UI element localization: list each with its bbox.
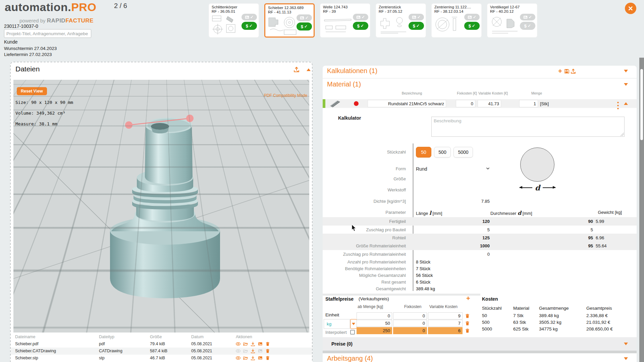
price-status-badge: $✓ <box>464 22 480 30</box>
col-gesamtpreis: Gesamtpreis <box>586 306 612 311</box>
drawing-thumbnail <box>378 14 409 36</box>
file-row[interactable]: Schieber.pdf pdf 79.4 kiB 05.08.2021 <box>11 341 312 348</box>
collapse-caret-icon[interactable] <box>624 102 628 105</box>
material-variable-field[interactable]: 41.73 <box>478 100 501 107</box>
part-thumbnail[interactable]: Schlittenkörper RF - 36.05.01 ✓ $✓ <box>209 3 259 38</box>
part-thumbnail[interactable]: Welle 124.743 RF - 39 ✓ $✓ <box>320 3 370 38</box>
description-textarea[interactable] <box>431 117 625 137</box>
download-icon[interactable] <box>251 349 255 353</box>
delete-icon[interactable] <box>265 349 270 353</box>
drawing-thumbnail <box>489 14 520 36</box>
part-thumbnail[interactable]: Ventilkegel 12-67 RF - 40.20.12 ✓ $✓ <box>487 3 537 38</box>
drawing-thumbnail <box>322 14 353 36</box>
parameter-header-row: Parameter Länge l [mm] Durchmesser d [mm… <box>323 209 637 217</box>
row-menu-icon[interactable]: ••• <box>617 101 619 110</box>
param-row-fertigteil[interactable]: Fertigteil 120 90 5.99 <box>323 217 637 226</box>
material-title: Material (1) <box>327 80 361 88</box>
chevron-down-icon[interactable] <box>486 166 490 171</box>
delete-icon[interactable] <box>265 356 270 360</box>
arbeitsgang-title: Arbeitsgang (4) <box>327 355 373 362</box>
collapse-caret-icon[interactable] <box>307 68 311 71</box>
part-thumbnail-selected[interactable]: Schieber 12.363.689 RF - 41.11.13 ✓ $✓ <box>264 3 315 38</box>
delete-icon[interactable] <box>465 328 470 333</box>
3d-viewer[interactable]: Reset View PDF Compatibility Mode Size: … <box>13 80 309 333</box>
file-row[interactable]: Schieber.stp stp 46.7 kiB 05.08.2021 <box>11 355 312 362</box>
reset-view-button[interactable]: Reset View <box>17 87 47 95</box>
upload-icon[interactable] <box>293 66 300 72</box>
kalkulator-label: Kalkulator <box>338 115 361 121</box>
qty-button-50[interactable]: 50 <box>416 147 431 158</box>
scrollbar-track[interactable] <box>639 58 644 362</box>
add-price-tier-icon[interactable]: + <box>466 296 470 301</box>
preview-icon[interactable] <box>236 342 240 346</box>
dichte-label: Dichte [kg/dm^3] <box>374 199 406 204</box>
delete-icon[interactable] <box>465 321 470 326</box>
tier-fixkosten-field[interactable]: 0 <box>393 312 427 319</box>
qty-button-5000[interactable]: 5000 <box>453 147 473 158</box>
material-fixkosten-field[interactable]: 0 <box>456 100 475 107</box>
col-durchmesser: Durchmesser d [mm] <box>490 210 532 216</box>
tier-fixkosten-field[interactable]: 0 <box>393 320 427 327</box>
material-name-field[interactable]: Rundstahl 21MnCr5 schwarz <box>368 100 446 107</box>
unit-caret-button[interactable] <box>350 319 357 329</box>
interpoliert-checkbox[interactable] <box>350 330 355 335</box>
file-table-header: Dateiname Dateityp Größe Datum Aktionen <box>11 335 312 341</box>
form-select[interactable]: Rund <box>416 166 427 172</box>
tier-ab-menge-field[interactable]: 50 <box>357 320 392 327</box>
open-folder-icon <box>243 349 248 353</box>
tier-fixkosten-field-active[interactable]: 0 <box>393 327 427 334</box>
param-row-zuschlag-bauteil[interactable]: Zuschlag pro Bauteil 5 5 <box>323 226 637 234</box>
delete-icon[interactable] <box>465 313 470 318</box>
part-thumbnail[interactable]: Zentrierstück RF - 37.05.12 ✓ $✓ <box>376 3 426 38</box>
preview-icon[interactable] <box>236 356 240 360</box>
download-icon[interactable] <box>251 356 255 360</box>
project-title-input[interactable] <box>4 29 91 38</box>
collapse-caret-icon[interactable] <box>624 70 628 72</box>
collapse-caret-icon[interactable] <box>624 343 628 345</box>
parameter-label: Parameter <box>385 210 406 215</box>
scrollbar-thumb[interactable] <box>640 69 643 140</box>
kosten-cell: 2.336,88 € <box>586 313 608 318</box>
tier-ab-menge-field[interactable]: 0 <box>357 312 392 319</box>
delete-icon[interactable] <box>265 342 270 346</box>
col-ab-menge: ab Menge [kg] <box>358 304 383 309</box>
image-icon <box>258 349 263 353</box>
param-row-rohteil[interactable]: Rohteil 125 95 6.96 <box>323 234 637 242</box>
file-row[interactable]: Schieber.CATDrawing CATDrawing 587.4 kiB… <box>11 348 312 355</box>
param-row-groesse-rohmaterial[interactable]: Größe Rohmaterialeinheit 1000 95 55.64 <box>323 242 637 250</box>
resize-handle[interactable] <box>621 133 624 136</box>
drawing-thumbnail <box>434 14 465 36</box>
preise-section[interactable]: Preise (0) <box>323 337 637 351</box>
part-thumbnail[interactable]: Zentrierring 11.122.... RF - 38.12.03.14… <box>431 3 482 38</box>
kosten-title: Kosten <box>482 296 498 302</box>
close-button[interactable]: ✕ <box>625 3 636 14</box>
tier-ab-menge-field-active[interactable]: 250 <box>357 327 392 334</box>
image-icon[interactable] <box>258 342 263 346</box>
staffelpreise-title: Staffelpreise <box>325 296 354 302</box>
files-panel: Dateien <box>10 62 313 362</box>
open-folder-icon[interactable] <box>243 356 248 360</box>
price-status-badge: $✓ <box>297 22 312 31</box>
info-row: Gesamtgewicht 389.48 kg <box>323 286 637 292</box>
model-volume-text: Volume: 349,362 cm³ <box>15 111 65 116</box>
tier-variable-field-active[interactable]: 6 <box>428 327 463 334</box>
mouse-cursor <box>352 225 356 232</box>
material-row[interactable]: Rundstahl 21MnCr5 schwarz 0 41.73 1 [Stk… <box>323 99 637 108</box>
collapse-caret-icon[interactable] <box>624 357 628 360</box>
add-calculation-icon[interactable]: + <box>558 68 562 74</box>
download-icon[interactable] <box>251 342 255 346</box>
drawing-thumbnail <box>267 15 298 37</box>
image-icon[interactable] <box>258 356 263 360</box>
upload-icon[interactable] <box>571 68 576 74</box>
brand-orange: FACTURE <box>65 17 94 24</box>
open-folder-icon[interactable] <box>243 342 248 346</box>
material-menge-field[interactable]: 1 <box>519 100 538 107</box>
tier-variable-field[interactable]: 9 <box>428 312 463 319</box>
save-icon[interactable] <box>564 69 569 74</box>
qty-button-500[interactable]: 500 <box>434 147 451 158</box>
kosten-cell: 21.031,92 € <box>586 320 610 325</box>
tier-variable-field[interactable]: 7 <box>428 320 463 327</box>
param-row-zuschlag-rohmaterial[interactable]: Zuschlag pro Rohmaterialeinheit 0 <box>323 250 637 258</box>
collapse-caret-icon[interactable] <box>624 83 628 86</box>
unit-select[interactable]: kg <box>324 319 350 329</box>
